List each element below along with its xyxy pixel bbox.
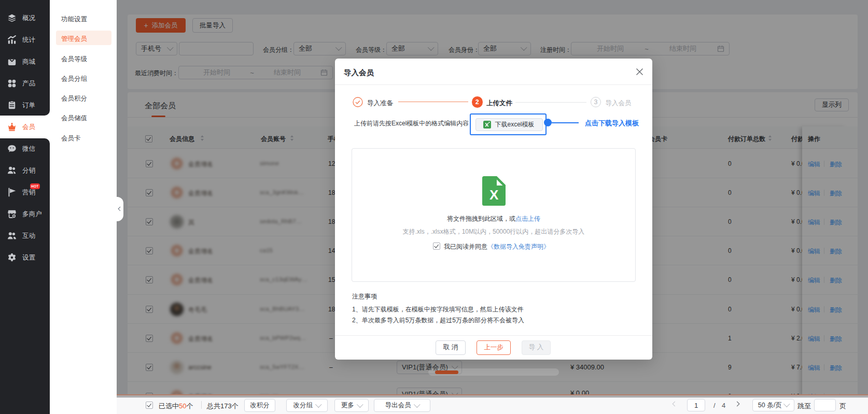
svg-text:X: X	[489, 187, 499, 203]
